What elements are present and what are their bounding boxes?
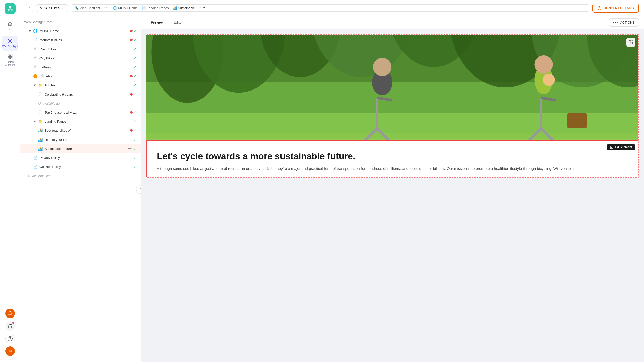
tree-badges-sustainable-future: ••• ✓ (127, 146, 137, 151)
breadcrumb-sustainable-future[interactable]: 🏄 Sustainable Future (173, 6, 205, 10)
main-area: MOAD Bikes 🔦 Web Spotlight › ••• › 🌐 MOA… (20, 0, 644, 362)
sidebar-item-home[interactable]: Home (2, 19, 18, 34)
tree-item-e-bikes[interactable]: 📄 E-Bikes ✓ (20, 63, 141, 72)
check-privacy-policy: ✓ (134, 156, 137, 160)
svg-point-37 (373, 58, 391, 76)
check-road-bikes: ✓ (134, 47, 137, 51)
sidebar-item-web-spotlight-label: Web Spotlight (2, 45, 18, 48)
check-articles: ✓ (134, 83, 137, 87)
breadcrumb-moad-home[interactable]: 🌐 MOAD Home (113, 6, 138, 10)
tree-icon-privacy-policy: 📄 (33, 156, 37, 160)
tree-icon-best-road-bikes: 🏄 (38, 128, 43, 132)
tree-label-ride-of-your-life: Ride of your life (45, 138, 133, 142)
tree-label-unavailable-2: Unavailable item (28, 174, 137, 178)
tree-item-city-bikes[interactable]: 📄 City Bikes ✓ (20, 54, 141, 63)
check-celebrating: ✓ (134, 92, 137, 96)
tree-item-articles[interactable]: ▼ 📁 Articles ✓ (20, 81, 141, 90)
tree-badges-city-bikes: ✓ (134, 56, 137, 60)
tree-label-e-bikes: E-Bikes (39, 65, 133, 69)
tab-preview[interactable]: Preview (146, 17, 169, 28)
tree-label-cookies-policy: Cookies Policy (39, 165, 133, 169)
tree-icon-cookies-policy: 📄 (33, 165, 37, 169)
svg-rect-17 (146, 113, 638, 140)
preview-text-block: Let's cycle towards a more sustainable f… (146, 140, 638, 177)
breadcrumb-more[interactable]: ••• (104, 6, 109, 10)
check-moad-home: ✓ (134, 29, 137, 33)
user-avatar[interactable]: JK (5, 346, 15, 356)
tree-badges-cookies-policy: ✓ (134, 165, 137, 169)
project-name: MOAD Bikes (39, 6, 60, 10)
sidebar-item-content-assets[interactable]: Content& assets (2, 53, 18, 68)
check-landing-pages: ✓ (134, 119, 137, 123)
sidebar-item-web-spotlight[interactable]: Web Spotlight (2, 36, 18, 51)
project-selector[interactable]: MOAD Bikes (36, 4, 68, 12)
back-button[interactable] (25, 4, 33, 12)
gifts-button[interactable] (5, 321, 15, 331)
tree-item-landing-pages[interactable]: ▼ 📁 Landing Pages ✓ (20, 117, 141, 126)
sidebar-item-home-label: Home (7, 28, 13, 31)
check-sustainable-future: ✓ (134, 147, 137, 151)
tree-label-top5: Top 5 reasons why y... (45, 111, 129, 114)
content-details-button[interactable]: CONTENT DETAILS (592, 4, 639, 13)
tree-item-road-bikes[interactable]: 📄 Road Bikes ✓ (20, 44, 141, 54)
tree-item-top5[interactable]: 📄 Top 5 reasons why y... ✓ (20, 108, 141, 117)
edit-element-button[interactable]: Edit element (607, 144, 635, 150)
preview-heading: Let's cycle towards a more sustainable f… (157, 151, 628, 162)
red-dot-top5 (130, 111, 133, 114)
tree-item-about[interactable]: 🟠 📄 About ✓ (20, 72, 141, 81)
tree-chevron-moad-home[interactable]: ▼ (28, 29, 32, 33)
preview-hero (146, 35, 638, 140)
tree-icon-city-bikes: 📄 (33, 56, 37, 60)
topbar: MOAD Bikes 🔦 Web Spotlight › ••• › 🌐 MOA… (20, 0, 644, 16)
tree-badges-mountain-bikes: ✓ (130, 38, 137, 42)
collapse-tree-button[interactable] (136, 185, 141, 194)
hero-edit-button[interactable] (626, 38, 635, 47)
check-top5: ✓ (134, 110, 137, 114)
svg-rect-4 (8, 55, 9, 56)
tree-label-articles: Articles (45, 83, 133, 87)
svg-point-3 (9, 40, 11, 42)
gift-notification-dot (12, 322, 14, 324)
tree-item-ride-of-your-life[interactable]: 🏄 Ride of your life ✓ (20, 135, 141, 144)
content-details-label: CONTENT DETAILS (603, 6, 634, 10)
tree-panel: Web Spotlight Root ▼ 🌐 MOAD Home ✓ 📄 Mou… (20, 16, 141, 362)
preview-tabs: Preview Editor ••• ACTIONS (141, 16, 644, 29)
breadcrumb: 🔦 Web Spotlight › ••• › 🌐 MOAD Home › 📄 … (71, 4, 589, 12)
tree-badges-articles: ✓ (134, 83, 137, 87)
tree-item-best-road-bikes[interactable]: 🏄 Best road bikes of... ✓ (20, 126, 141, 135)
breadcrumb-web-spotlight[interactable]: 🔦 Web Spotlight (75, 6, 100, 10)
actions-label: ACTIONS (620, 21, 635, 24)
tree-label-sustainable-future: Sustainable Future (45, 147, 126, 151)
tab-editor[interactable]: Editor (169, 17, 188, 28)
sidebar-item-help[interactable] (5, 334, 15, 343)
sidebar-bottom: JK (5, 309, 15, 359)
tree-badges-celebrating: ✓ (130, 92, 137, 96)
tree-badges-landing-pages: ✓ (134, 119, 137, 123)
sidebar: Home Web Spotlight Content& assets (0, 0, 20, 362)
tree-icon-landing-pages: 📁 (38, 119, 43, 123)
tree-chevron-articles[interactable]: ▼ (33, 83, 37, 87)
tree-item-celebrating[interactable]: 📄 Celebrating 9 years ... ✓ (20, 90, 141, 99)
notifications-button[interactable] (5, 309, 15, 318)
tree-chevron-landing-pages[interactable]: ▼ (33, 120, 37, 123)
tree-item-unavailable-1: Unavailable item (20, 99, 141, 108)
tree-item-sustainable-future[interactable]: 🏄 Sustainable Future ••• ✓ (20, 144, 141, 153)
svg-point-2 (11, 9, 13, 11)
red-dot-mountain-bikes (130, 39, 133, 41)
tree-root-label: Web Spotlight Root (20, 20, 141, 26)
tree-label-city-bikes: City Bikes (39, 56, 133, 60)
tree-item-moad-home[interactable]: ▼ 🌐 MOAD Home ✓ (20, 26, 141, 35)
edit-element-label: Edit element (615, 145, 632, 149)
preview-content: Let's cycle towards a more sustainable f… (141, 29, 644, 362)
tree-item-cookies-policy[interactable]: 📄 Cookies Policy ✓ (20, 162, 141, 171)
svg-rect-7 (10, 57, 12, 59)
tree-icon-mountain-bikes: 📄 (33, 38, 37, 42)
breadcrumb-landing-pages[interactable]: 📄 Landing Pages (142, 6, 169, 10)
preview-panel: Preview Editor ••• ACTIONS (141, 16, 644, 362)
check-e-bikes: ✓ (134, 65, 137, 69)
tree-more-btn[interactable]: ••• (127, 146, 132, 151)
tree-item-privacy-policy[interactable]: 📄 Privacy Policy ✓ (20, 153, 141, 162)
actions-button[interactable]: ••• ACTIONS (609, 18, 639, 27)
tree-item-mountain-bikes[interactable]: 📄 Mountain Bikes ✓ (20, 35, 141, 44)
check-mountain-bikes: ✓ (134, 38, 137, 42)
